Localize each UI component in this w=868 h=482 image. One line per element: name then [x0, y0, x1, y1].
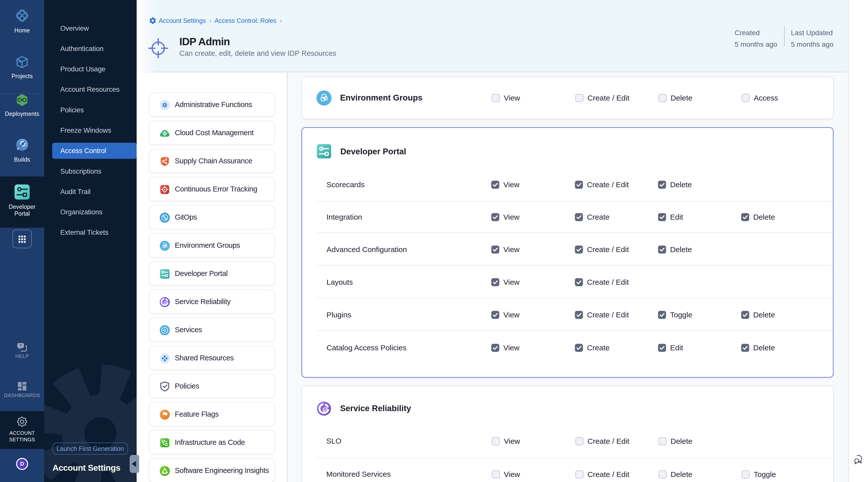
- svg-text:$: $: [164, 131, 166, 135]
- svg-text:?: ?: [19, 343, 22, 348]
